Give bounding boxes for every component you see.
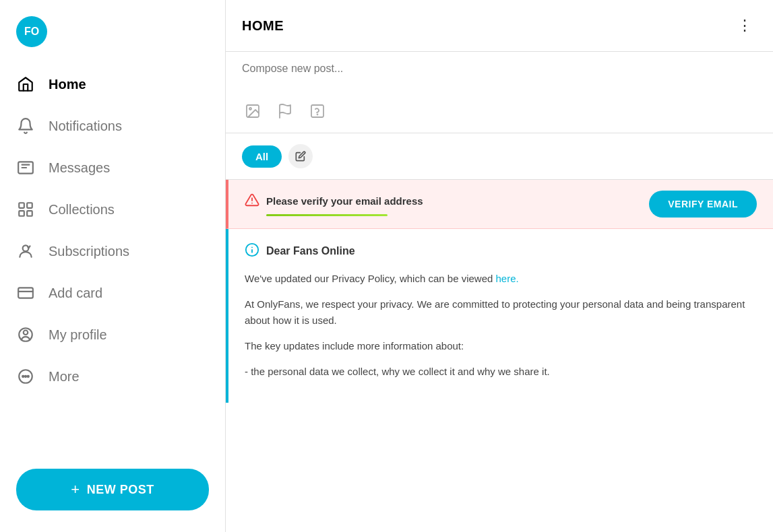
sidebar-item-notifications[interactable]: Notifications bbox=[0, 105, 225, 147]
svg-rect-4 bbox=[27, 211, 32, 216]
privacy-notice: Dear Fans Online We've updated our Priva… bbox=[226, 229, 773, 403]
more-icon bbox=[16, 368, 35, 385]
email-alert-banner: Please verify your email address VERIFY … bbox=[226, 180, 773, 229]
sidebar-item-more[interactable]: More bbox=[0, 356, 225, 397]
alert-text-row: Please verify your email address bbox=[245, 193, 423, 210]
svg-rect-2 bbox=[27, 203, 32, 208]
bell-icon bbox=[16, 117, 35, 135]
compose-input[interactable] bbox=[242, 63, 757, 90]
plus-icon: + bbox=[71, 481, 80, 498]
sidebar-item-my-profile[interactable]: My profile bbox=[0, 314, 225, 356]
notice-body3: The key updates include more information… bbox=[245, 338, 757, 354]
question-upload-button[interactable] bbox=[307, 100, 328, 122]
notice-body: We've updated our Privacy Policy, which … bbox=[245, 271, 757, 380]
avatar[interactable]: FO bbox=[16, 16, 47, 47]
sidebar: FO Home Notifications bbox=[0, 0, 226, 532]
svg-point-17 bbox=[317, 114, 318, 115]
sidebar-item-messages[interactable]: Messages bbox=[0, 147, 225, 189]
new-post-label: NEW POST bbox=[87, 483, 154, 497]
svg-point-14 bbox=[249, 108, 251, 110]
sidebar-item-collections-label: Collections bbox=[49, 202, 115, 218]
subscriptions-icon bbox=[16, 242, 35, 260]
svg-point-12 bbox=[28, 376, 29, 377]
svg-point-8 bbox=[24, 331, 28, 335]
flag-upload-button[interactable] bbox=[274, 100, 296, 122]
sidebar-item-notifications-label: Notifications bbox=[49, 119, 122, 134]
filter-edit-button[interactable] bbox=[288, 144, 313, 168]
sidebar-item-subscriptions[interactable]: Subscriptions bbox=[0, 230, 225, 272]
svg-rect-3 bbox=[19, 211, 24, 216]
sidebar-item-add-card-label: Add card bbox=[49, 286, 102, 301]
sidebar-item-messages-label: Messages bbox=[49, 160, 110, 176]
vertical-dots-icon: ⋮ bbox=[737, 17, 752, 34]
warning-icon bbox=[245, 193, 259, 210]
collections-icon bbox=[16, 201, 35, 218]
home-icon bbox=[16, 75, 35, 93]
alert-underline bbox=[266, 214, 388, 216]
notice-header: Dear Fans Online bbox=[245, 242, 757, 260]
notice-body2: At OnlyFans, we respect your privacy. We… bbox=[245, 296, 757, 329]
sidebar-item-home-label: Home bbox=[49, 77, 86, 92]
header-more-button[interactable]: ⋮ bbox=[733, 13, 757, 38]
info-icon bbox=[245, 242, 259, 260]
filter-all-button[interactable]: All bbox=[242, 145, 282, 168]
main-header: HOME ⋮ bbox=[226, 0, 773, 52]
filter-area: All bbox=[226, 133, 773, 180]
alert-left: Please verify your email address bbox=[245, 193, 423, 216]
svg-point-11 bbox=[25, 376, 26, 377]
notice-body4: - the personal data we collect, why we c… bbox=[245, 364, 757, 380]
sidebar-nav: Home Notifications Messages bbox=[0, 63, 225, 458]
profile-icon bbox=[16, 326, 35, 343]
main-content: HOME ⋮ bbox=[226, 0, 773, 532]
page-title: HOME bbox=[242, 18, 284, 34]
sidebar-item-more-label: More bbox=[49, 369, 80, 385]
svg-point-10 bbox=[22, 376, 24, 377]
message-icon bbox=[16, 159, 35, 176]
pencil-icon bbox=[295, 151, 306, 162]
sidebar-item-subscriptions-label: Subscriptions bbox=[49, 244, 129, 259]
compose-area bbox=[226, 52, 773, 133]
sidebar-item-add-card[interactable]: Add card bbox=[0, 272, 225, 314]
alert-text: Please verify your email address bbox=[266, 195, 423, 207]
sidebar-item-my-profile-label: My profile bbox=[49, 327, 107, 343]
new-post-button[interactable]: + NEW POST bbox=[16, 469, 209, 510]
notice-title: Dear Fans Online bbox=[266, 245, 355, 257]
sidebar-item-collections[interactable]: Collections bbox=[0, 189, 225, 230]
notice-body1-start: We've updated our Privacy Policy, which … bbox=[245, 273, 496, 284]
svg-rect-1 bbox=[19, 203, 24, 208]
card-icon bbox=[16, 284, 35, 302]
svg-rect-6 bbox=[18, 288, 33, 298]
verify-email-button[interactable]: VERIFY EMAIL bbox=[649, 191, 757, 218]
image-upload-button[interactable] bbox=[242, 100, 264, 122]
sidebar-item-home[interactable]: Home bbox=[0, 63, 225, 105]
compose-tools bbox=[242, 100, 757, 122]
privacy-policy-link[interactable]: here. bbox=[496, 273, 519, 284]
